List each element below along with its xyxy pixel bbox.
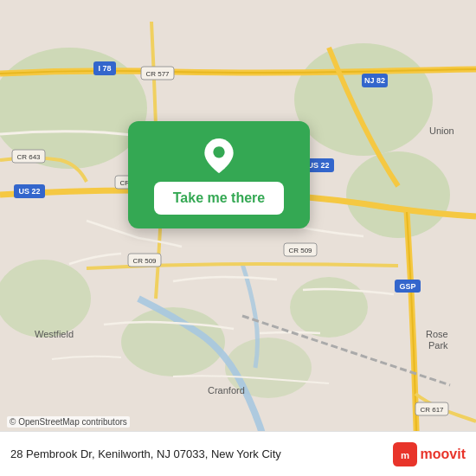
svg-text:Westfield: Westfield xyxy=(35,329,74,339)
bottom-bar: 28 Pembrook Dr, Kenilworth, NJ 07033, Ne… xyxy=(0,431,476,476)
osm-attribution: © OpenStreetMap contributors xyxy=(7,416,130,428)
svg-point-35 xyxy=(213,146,224,158)
location-pin-icon xyxy=(202,138,236,173)
svg-point-5 xyxy=(0,260,91,338)
svg-text:CR 509: CR 509 xyxy=(132,257,157,265)
svg-point-3 xyxy=(346,151,450,238)
svg-text:GSP: GSP xyxy=(399,282,415,291)
svg-text:CR 617: CR 617 xyxy=(420,406,444,414)
svg-text:Rose: Rose xyxy=(426,329,448,339)
svg-text:m: m xyxy=(400,450,408,460)
svg-text:NJ 82: NJ 82 xyxy=(364,76,385,85)
svg-text:I 78: I 78 xyxy=(98,64,111,73)
svg-point-4 xyxy=(290,277,368,338)
svg-text:CR 577: CR 577 xyxy=(145,70,170,78)
svg-point-2 xyxy=(294,43,433,156)
moovit-logo: m moovit xyxy=(393,442,466,466)
map-container: I 78 NJ 82 US 22 US 22 CR 577 CR 577 CR … xyxy=(0,0,476,476)
svg-text:CR 509: CR 509 xyxy=(288,247,312,254)
svg-text:CR 643: CR 643 xyxy=(16,153,41,161)
svg-text:US 22: US 22 xyxy=(18,187,40,196)
take-me-there-button[interactable]: Take me there xyxy=(154,182,284,215)
location-card: Take me there xyxy=(128,121,310,228)
svg-text:Union: Union xyxy=(429,125,454,136)
map-background: I 78 NJ 82 US 22 US 22 CR 577 CR 577 CR … xyxy=(0,0,476,476)
svg-text:Cranford: Cranford xyxy=(208,385,245,396)
address-label: 28 Pembrook Dr, Kenilworth, NJ 07033, Ne… xyxy=(10,447,281,460)
svg-text:US 22: US 22 xyxy=(307,161,329,170)
moovit-logo-text: moovit xyxy=(421,447,466,462)
svg-text:Park: Park xyxy=(428,340,448,351)
moovit-logo-icon: m xyxy=(393,442,417,466)
